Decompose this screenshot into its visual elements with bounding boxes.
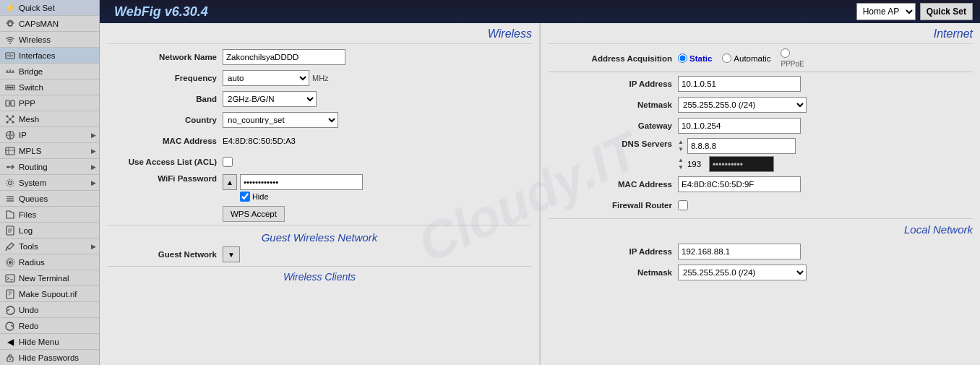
sidebar-item-make-supout[interactable]: Make Supout.rif	[0, 286, 99, 302]
sidebar-item-system[interactable]: System ▶	[0, 175, 99, 191]
sidebar-item-wireless[interactable]: Wireless	[0, 32, 99, 48]
local-ip-row: IP Address	[548, 243, 973, 260]
radio-pppoe-label[interactable]: PPPoE	[781, 48, 804, 68]
dns2-down-arrow[interactable]: ▼	[678, 164, 684, 171]
wifi-password-expand-btn[interactable]: ▲	[223, 174, 237, 190]
sidebar-item-log[interactable]: Log	[0, 223, 99, 239]
profile-select[interactable]: Home AP Default	[856, 3, 916, 20]
mac-address-value: E4:8D:8C:50:5D:A3	[223, 137, 296, 145]
sidebar-item-label: Redo	[19, 322, 39, 330]
mpls-icon	[4, 145, 16, 157]
acl-row: Use Access List (ACL)	[107, 153, 532, 171]
sidebar-item-ppp[interactable]: PPP	[0, 95, 99, 111]
band-select[interactable]: 2GHz-B/G/N 2GHz-B 2GHz-G 2GHz-N 5GHz-A	[223, 91, 317, 107]
local-network-title: Local Network	[548, 218, 973, 239]
quick-set-button[interactable]: Quick Set	[920, 3, 973, 20]
guest-network-expand-btn[interactable]: ▼	[223, 246, 240, 262]
local-netmask-field: 255.255.255.0 (/24) 255.255.0.0 (/16)	[678, 265, 973, 280]
guest-network-title: Guest Wireless Network	[107, 225, 532, 246]
sidebar-item-hide-menu[interactable]: ◀ Hide Menu	[0, 334, 99, 350]
hide-checkbox[interactable]	[240, 192, 250, 202]
wifi-password-field: Hide	[240, 174, 363, 202]
wifi-password-input[interactable]	[240, 174, 363, 190]
svg-point-43	[9, 261, 12, 264]
sidebar-item-bridge[interactable]: Bridge	[0, 64, 99, 80]
content-area: Cloudy.IT Wireless Network Name Frequenc…	[100, 23, 980, 365]
local-netmask-select[interactable]: 255.255.255.0 (/24) 255.255.0.0 (/16)	[678, 265, 807, 280]
svg-rect-48	[7, 290, 14, 299]
firewall-field	[678, 200, 973, 210]
netmask-field: 255.255.255.0 (/24) 255.255.0.0 (/16)	[678, 97, 973, 113]
sidebar-item-mesh[interactable]: Mesh	[0, 111, 99, 127]
wps-accept-row: WPS Accept	[223, 206, 532, 222]
sidebar-item-files[interactable]: Files	[0, 207, 99, 223]
sidebar-item-label: Make Supout.rif	[19, 290, 77, 299]
address-acquisition-label: Address Acquisition	[548, 54, 678, 63]
frequency-select[interactable]: auto	[223, 70, 309, 86]
dns2-row: ▲ ▼ 193 ••••••••••	[678, 156, 796, 172]
radio-automatic-label[interactable]: Automatic	[722, 53, 770, 63]
sidebar-item-radius[interactable]: Radius	[0, 254, 99, 270]
radio-static-label[interactable]: Static	[678, 53, 712, 63]
sidebar-item-queues[interactable]: Queues	[0, 191, 99, 207]
sidebar-item-routing[interactable]: Routing ▶	[0, 159, 99, 175]
hide-checkbox-label[interactable]: Hide	[240, 192, 363, 202]
quick-set-icon: ⚡	[4, 2, 16, 14]
firewall-checkbox[interactable]	[678, 200, 688, 210]
radio-pppoe[interactable]	[781, 48, 790, 58]
sidebar-item-tools[interactable]: Tools ▶	[0, 239, 99, 254]
internet-mac-input[interactable]	[678, 176, 801, 192]
wifi-password-row: WiFi Password ▲ Hide	[107, 174, 532, 202]
wifi-password-label: WiFi Password	[107, 174, 223, 183]
sidebar-item-quick-set[interactable]: ⚡ Quick Set	[0, 0, 99, 16]
ip-address-label: IP Address	[548, 80, 678, 88]
sidebar-item-redo[interactable]: Redo	[0, 318, 99, 334]
svg-point-1	[9, 43, 11, 44]
ip-arrow: ▶	[91, 132, 96, 139]
sidebar-item-undo[interactable]: Undo	[0, 302, 99, 318]
country-select[interactable]: no_country_set	[223, 112, 338, 128]
system-arrow: ▶	[91, 179, 96, 186]
guest-network-label: Guest Network	[107, 250, 223, 259]
radio-static[interactable]	[678, 53, 687, 63]
sidebar-item-switch[interactable]: Switch	[0, 80, 99, 95]
mac-address-field: E4:8D:8C:50:5D:A3	[223, 137, 532, 145]
radio-automatic[interactable]	[722, 53, 731, 63]
system-icon	[4, 177, 16, 189]
band-label: Band	[107, 95, 223, 103]
local-ip-input[interactable]	[678, 244, 801, 259]
dns2-up-arrow[interactable]: ▲	[678, 157, 684, 164]
sidebar-item-label: Undo	[19, 306, 39, 314]
svg-point-0	[8, 22, 12, 26]
netmask-select[interactable]: 255.255.255.0 (/24) 255.255.0.0 (/16)	[678, 97, 807, 113]
dns1-input[interactable]	[687, 138, 796, 154]
ip-icon	[4, 129, 16, 141]
sidebar-item-label: Hide Passwords	[19, 353, 79, 362]
sidebar-item-capsman[interactable]: CAPsMAN	[0, 16, 99, 32]
dns1-up-arrow[interactable]: ▲	[678, 139, 684, 146]
frequency-unit: MHz	[312, 74, 329, 82]
sidebar-item-new-terminal[interactable]: New Terminal	[0, 270, 99, 286]
make-supout-icon	[4, 288, 16, 300]
acl-checkbox[interactable]	[223, 157, 233, 167]
frequency-label: Frequency	[107, 74, 223, 82]
sidebar-item-mpls[interactable]: MPLS ▶	[0, 143, 99, 159]
dns1-down-arrow[interactable]: ▼	[678, 146, 684, 153]
netmask-label: Netmask	[548, 100, 678, 109]
internet-section-title: Internet	[548, 23, 973, 44]
sidebar-item-ip[interactable]: IP ▶	[0, 127, 99, 143]
ip-address-input[interactable]	[678, 76, 801, 92]
app-title: WebFig v6.30.4	[107, 4, 208, 20]
sidebar: ⚡ Quick Set CAPsMAN Wireless Interfaces …	[0, 0, 100, 365]
sidebar-item-hide-passwords[interactable]: Hide Passwords	[0, 350, 99, 365]
wps-accept-button[interactable]: WPS Accept	[223, 206, 285, 222]
gateway-label: Gateway	[548, 121, 678, 130]
sidebar-item-interfaces[interactable]: Interfaces	[0, 48, 99, 64]
header-controls: Home AP Default Quick Set	[856, 3, 973, 20]
svg-point-32	[7, 166, 9, 168]
network-name-input[interactable]	[223, 49, 345, 65]
hide-label-text: Hide	[252, 192, 269, 201]
mac-address-label: MAC Address	[107, 137, 223, 145]
sidebar-item-label: Mesh	[19, 115, 39, 124]
gateway-input[interactable]	[678, 118, 801, 134]
